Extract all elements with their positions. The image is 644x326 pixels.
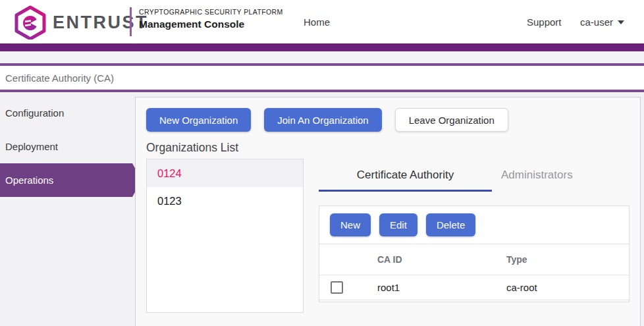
nav-home[interactable]: Home — [304, 0, 330, 43]
platform-title: CRYPTOGRAPHIC SECURITY PLATFORM Manageme… — [139, 8, 283, 30]
detail-tabs: Certificate Authority Administrators — [319, 169, 630, 192]
organization-actions: New Organization Join An Organization Le… — [146, 108, 630, 132]
organizations-list-title: Organizations List — [146, 141, 630, 155]
console-title: Management Console — [139, 18, 283, 30]
ca-header-ca-id: CA ID — [367, 254, 496, 265]
organization-item-0123[interactable]: 0123 — [147, 187, 303, 215]
platform-subtitle: CRYPTOGRAPHIC SECURITY PLATFORM — [139, 8, 283, 16]
content-area: Configuration Deployment Operations New … — [0, 92, 644, 326]
operations-panel: New Organization Join An Organization Le… — [135, 97, 641, 326]
caret-down-icon — [618, 20, 624, 24]
nav-support[interactable]: Support — [527, 0, 562, 43]
join-organization-button[interactable]: Join An Organization — [264, 108, 381, 132]
row-checkbox[interactable] — [331, 281, 343, 294]
entrust-logo-icon — [14, 5, 46, 40]
ca-header-type: Type — [496, 254, 629, 265]
app-header: ENTRUST CRYPTOGRAPHIC SECURITY PLATFORM … — [0, 0, 644, 43]
breadcrumb: Certificate Authority (CA) — [0, 66, 644, 90]
sidebar-item-deployment[interactable]: Deployment — [0, 130, 135, 163]
ca-type-cell: ca-root — [496, 282, 629, 293]
ca-table-row[interactable]: root1 ca-root — [319, 275, 629, 300]
leave-organization-button[interactable]: Leave Organization — [395, 108, 508, 132]
tab-certificate-authority[interactable]: Certificate Authority — [319, 169, 492, 192]
organizations-list: 0124 0123 — [146, 159, 304, 313]
tab-administrators[interactable]: Administrators — [492, 169, 573, 192]
ca-delete-button[interactable]: Delete — [426, 213, 475, 236]
row-checkbox-wrap — [319, 281, 367, 294]
brand-name: ENTRUST — [53, 13, 148, 33]
ca-id-cell: root1 — [367, 282, 496, 293]
user-menu[interactable]: ca-user — [580, 0, 624, 43]
panel-columns: 0124 0123 Certificate Authority Administ… — [146, 159, 630, 313]
sidebar: Configuration Deployment Operations — [0, 96, 142, 197]
header-divider — [130, 7, 132, 36]
organization-detail: Certificate Authority Administrators New… — [319, 159, 630, 313]
ca-new-button[interactable]: New — [330, 213, 371, 236]
ca-edit-button[interactable]: Edit — [379, 213, 417, 236]
sidebar-item-configuration[interactable]: Configuration — [0, 96, 135, 130]
purple-accent-bar — [0, 43, 644, 51]
sidebar-item-operations[interactable]: Operations — [0, 163, 142, 197]
header-gap-strip — [0, 51, 644, 63]
user-menu-label: ca-user — [580, 16, 613, 28]
ca-table-header: CA ID Type — [319, 244, 629, 275]
ca-actions: New Edit Delete — [319, 213, 629, 244]
ca-table-card: New Edit Delete CA ID Type root1 — [319, 205, 630, 302]
new-organization-button[interactable]: New Organization — [146, 108, 251, 132]
organization-item-0124[interactable]: 0124 — [147, 159, 303, 187]
